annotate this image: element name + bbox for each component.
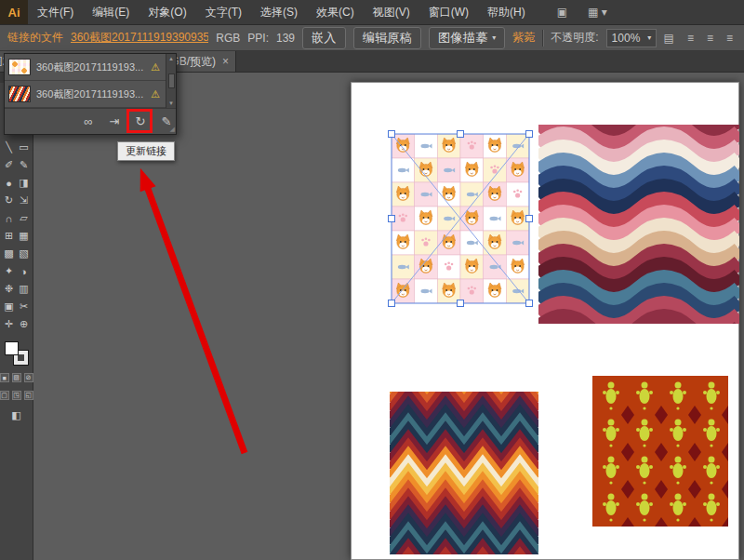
paintbrush-tool[interactable]: ✐ — [2, 156, 17, 174]
blend-tool[interactable]: ◑ — [17, 262, 32, 280]
link-filename: 360截图20171119193... — [36, 87, 145, 101]
menu-edit[interactable]: 编辑(E) — [83, 0, 139, 24]
distribute-icon[interactable]: ≡ — [726, 32, 733, 45]
draw-behind-icon[interactable]: ◳ — [12, 391, 21, 400]
align-center-icon[interactable]: ≡ — [707, 32, 713, 45]
chevron-down-icon: ▾ — [647, 33, 651, 42]
separator — [542, 30, 543, 47]
column-graph-tool[interactable]: ▥ — [17, 280, 32, 298]
cat-pattern-svg — [392, 134, 529, 303]
artboard[interactable] — [351, 82, 739, 560]
edit-original-button[interactable]: 编辑原稿 — [353, 27, 421, 49]
draw-inside-icon[interactable]: ◱ — [24, 391, 33, 400]
free-transform-tool[interactable]: ▱ — [17, 209, 32, 227]
opacity-value: 100% — [612, 32, 641, 45]
chevron-pattern-image[interactable] — [390, 392, 538, 554]
color-mode-icon[interactable]: ■ — [0, 373, 9, 382]
menu-file[interactable]: 文件(F) — [28, 0, 83, 24]
draw-mode-buttons: ▢◳◱ — [0, 391, 33, 400]
artboard-tool[interactable]: ▣ — [2, 298, 17, 315]
linked-filename-link[interactable]: 360截图2017111919390935... — [71, 30, 208, 46]
main-menu: 文件(F)编辑(E)对象(O)文字(T)选择(S)效果(C)视图(V)窗口(W)… — [28, 0, 535, 24]
fill-mode-buttons: ■▨⊘ — [0, 373, 33, 382]
hand-tool[interactable]: ✛ — [2, 315, 17, 333]
style-link[interactable]: 紫菀 — [512, 30, 535, 46]
image-trace-button[interactable]: 图像描摹▾ — [429, 27, 505, 49]
shape-builder-tool[interactable]: ⊞ — [2, 227, 17, 245]
none-mode-icon[interactable]: ⊘ — [24, 373, 33, 382]
fill-swatch[interactable] — [5, 341, 19, 355]
embed-button[interactable]: 嵌入 — [302, 27, 346, 49]
arrange-documents-icon[interactable]: ▦ ▾ — [588, 6, 607, 19]
mesh-tool[interactable]: ▩ — [2, 245, 17, 262]
scale-tool[interactable]: ⇲ — [17, 192, 32, 209]
scroll-down-icon[interactable]: ▾ — [169, 100, 173, 107]
control-bar: 链接的文件 360截图2017111919390935... RGB PPI: … — [0, 25, 744, 51]
wave-pattern-image[interactable] — [538, 125, 739, 324]
rectangle-tool[interactable]: ▭ — [17, 139, 32, 156]
menu-effect[interactable]: 效果(C) — [307, 0, 364, 24]
ornate-pattern-image[interactable] — [592, 376, 728, 527]
close-icon[interactable]: × — [222, 55, 229, 68]
width-tool[interactable]: ∩ — [2, 209, 17, 227]
zoom-tool[interactable]: ⊕ — [17, 315, 32, 333]
slice-tool[interactable]: ✂ — [17, 298, 32, 315]
gradient-tool[interactable]: ▧ — [17, 245, 32, 262]
control-bar-right-icons: ▤≡≡≡ — [664, 32, 737, 45]
ppi-value: 139 — [276, 32, 295, 45]
workspace: « ↖▷✶≈✒T╲▭✐✎●◨↻⇲∩▱⊞▦▩▧✦◑❉▥▣✂✛⊕ ■▨⊘ ▢◳◱ ◧ — [0, 73, 744, 560]
scrollbar[interactable]: ▴ ▾ — [166, 54, 176, 108]
blob-brush-tool[interactable]: ● — [2, 174, 17, 192]
links-panel: 360截图20171119193...⚠360截图20171119193...⚠… — [4, 53, 177, 135]
menu-type[interactable]: 文字(T) — [196, 0, 251, 24]
red-highlight-box — [126, 109, 153, 133]
resize-grip-icon[interactable]: ◢ — [170, 126, 175, 133]
link-row[interactable]: 360截图20171119193...⚠ — [5, 54, 166, 81]
menu-help[interactable]: 帮助(H) — [478, 0, 535, 24]
update-link-tooltip: 更新链接 — [117, 141, 175, 161]
menu-right-icons: ▣▦ ▾ — [557, 6, 607, 19]
gradient-mode-icon[interactable]: ▨ — [12, 373, 21, 382]
align-horizontal-icon[interactable]: ≡ — [687, 32, 694, 45]
chevron-down-icon[interactable]: ▾ — [492, 33, 496, 42]
menu-select[interactable]: 选择(S) — [251, 0, 307, 24]
go-to-link-icon[interactable]: ⇥ — [105, 114, 124, 128]
cat-pattern-thumbnail — [8, 59, 31, 75]
menu-object[interactable]: 对象(O) — [139, 0, 195, 24]
scrollbar-thumb[interactable] — [168, 73, 175, 88]
missing-link-warning-icon: ⚠ — [151, 88, 160, 100]
menu-window[interactable]: 窗口(W) — [419, 0, 478, 24]
relink-icon[interactable]: ∞ — [79, 114, 98, 128]
ppi-label: PPI: — [247, 32, 269, 45]
rotate-tool[interactable]: ↻ — [2, 192, 17, 209]
draw-normal-icon[interactable]: ▢ — [0, 391, 9, 400]
illustrator-logo: Ai — [0, 0, 28, 24]
link-filename: 360截图20171119193... — [36, 60, 145, 74]
chevron-pattern-thumbnail — [8, 86, 31, 102]
eraser-tool[interactable]: ◨ — [17, 174, 32, 192]
linked-file-label: 链接的文件 — [7, 30, 63, 46]
cat-pattern-image-selected[interactable] — [392, 134, 529, 303]
eyedropper-tool[interactable]: ✦ — [2, 262, 17, 280]
app-bar-icon[interactable]: ▣ — [557, 6, 567, 19]
missing-link-warning-icon: ⚠ — [151, 61, 160, 73]
opacity-label: 不透明度: — [551, 30, 598, 46]
menu-view[interactable]: 视图(V) — [364, 0, 419, 24]
opacity-dropdown[interactable]: 100%▾ — [606, 29, 657, 47]
screen-mode-icon[interactable]: ◧ — [11, 409, 20, 421]
panel-menu-icon[interactable]: ▤ — [664, 32, 674, 45]
image-trace-label: 图像描摹 — [438, 30, 487, 47]
scroll-up-icon[interactable]: ▴ — [169, 55, 173, 62]
links-list: 360截图20171119193...⚠360截图20171119193...⚠ — [5, 54, 166, 108]
pencil-tool[interactable]: ✎ — [17, 156, 32, 174]
menu-bar: Ai 文件(F)编辑(E)对象(O)文字(T)选择(S)效果(C)视图(V)窗口… — [0, 0, 744, 25]
fill-stroke-swatches[interactable] — [5, 341, 28, 365]
line-segment-tool[interactable]: ╲ — [2, 139, 17, 156]
tools-panel: « ↖▷✶≈✒T╲▭✐✎●◨↻⇲∩▱⊞▦▩▧✦◑❉▥▣✂✛⊕ ■▨⊘ ▢◳◱ ◧ — [0, 73, 33, 560]
color-mode-label: RGB — [216, 32, 240, 45]
symbol-sprayer-tool[interactable]: ❉ — [2, 280, 17, 298]
perspective-grid-tool[interactable]: ▦ — [17, 227, 32, 245]
link-row[interactable]: 360截图20171119193...⚠ — [5, 81, 166, 108]
